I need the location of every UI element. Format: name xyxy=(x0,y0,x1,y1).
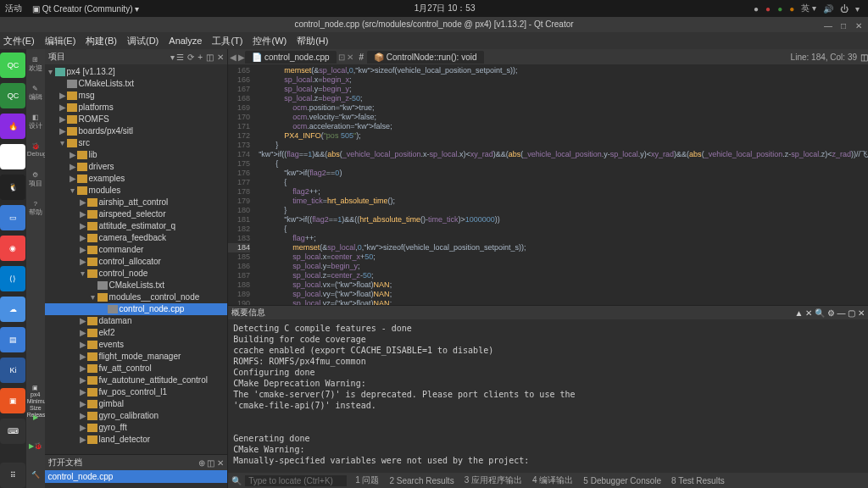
tree-item[interactable]: ▶ dataman xyxy=(45,315,228,327)
btm-compile[interactable]: 4 编译输出 xyxy=(527,474,578,486)
volume-icon[interactable]: 🔊 xyxy=(823,4,833,14)
launcher-kicad[interactable]: Ki xyxy=(0,358,25,383)
tree-item[interactable]: ▾ src xyxy=(45,137,228,149)
btm-appout[interactable]: 3 应用程序输出 xyxy=(459,474,527,486)
tree-item[interactable]: ▶ airship_att_control xyxy=(45,197,228,208)
tree-item[interactable]: ▶ msg xyxy=(45,90,228,102)
close-icon[interactable]: ✕ xyxy=(854,19,863,27)
split-icon[interactable]: ◫ xyxy=(860,53,868,62)
launcher-qtcreator[interactable]: QC xyxy=(0,53,25,78)
tree-item[interactable]: ▶ boards/px4/sitl xyxy=(45,125,228,137)
btm-debugger[interactable]: 5 Debugger Console xyxy=(578,476,666,485)
tray-icon[interactable]: ● xyxy=(765,4,771,14)
tree-item[interactable]: ▶ drivers xyxy=(45,161,228,173)
code-editor[interactable]: 1651661671681691701711721731741751761771… xyxy=(228,64,868,305)
launcher-apps-grid[interactable]: ⠿ xyxy=(0,463,25,488)
menu-debug[interactable]: 调试(D) xyxy=(127,35,159,47)
tree-item[interactable]: ▶ fw_att_control xyxy=(45,363,228,374)
btm-search[interactable]: 2 Search Results xyxy=(384,476,459,485)
run-button[interactable]: ▶ xyxy=(27,413,44,430)
tree-item[interactable]: ▾ modules__control_node xyxy=(45,291,228,303)
tree-item[interactable]: ▶ flight_mode_manager xyxy=(45,351,228,363)
app-indicator[interactable]: ▣ Qt Creator (Community) ▾ xyxy=(32,4,139,14)
output-text[interactable]: Detecting C compile features - doneBuild… xyxy=(228,319,868,473)
mode-welcome[interactable]: ⊞欢迎 xyxy=(27,56,44,73)
tree-item[interactable]: ▶ fw_pos_control_l1 xyxy=(45,386,228,398)
tree-item[interactable]: ▶ gyro_calibration xyxy=(45,410,228,422)
tray-icon[interactable]: ● xyxy=(789,4,794,14)
file-tab[interactable]: 📄 control_node.cpp xyxy=(245,51,337,64)
close-panel-icon[interactable]: ✕ xyxy=(217,53,224,62)
close-tab-icon[interactable]: ⊡ ✕ xyxy=(338,53,354,62)
launcher-qq[interactable]: 🐧 xyxy=(0,175,25,200)
system-menu[interactable]: ▾ xyxy=(855,4,860,14)
tree-item[interactable]: ▶ commander xyxy=(45,244,228,256)
cursor-position[interactable]: Line: 184, Col: 39 xyxy=(787,53,860,62)
tree-item[interactable]: ▶ events xyxy=(45,339,228,351)
minimize-icon[interactable]: — xyxy=(824,19,832,27)
mode-debug[interactable]: 🐞Debug xyxy=(27,142,44,159)
mode-projects[interactable]: ⚙项目 xyxy=(27,171,44,188)
tree-item[interactable]: ▶ examples xyxy=(45,173,228,185)
launcher-app[interactable]: ∞ xyxy=(0,144,25,169)
menu-tools[interactable]: 工具(T) xyxy=(212,35,242,47)
tree-item[interactable]: ▶ platforms xyxy=(45,102,228,114)
output-tools[interactable]: ▲ ✕ 🔍 ⚙ — ▢ ✕ xyxy=(794,308,865,318)
sync-icon[interactable]: ⟳ xyxy=(187,53,194,62)
project-tree[interactable]: ▾ px4 [v1.13.2] CMakeLists.txt▶ msg▶ pla… xyxy=(45,64,228,454)
menu-analyze[interactable]: Analyze xyxy=(169,36,202,46)
nav-fwd-icon[interactable]: ▶ xyxy=(238,53,245,62)
menu-file[interactable]: 文件(E) xyxy=(3,35,35,47)
launcher-app[interactable]: ▤ xyxy=(0,327,25,352)
tree-root[interactable]: ▾ px4 [v1.13.2] xyxy=(45,66,228,78)
lang-indicator[interactable]: 英 ▾ xyxy=(801,3,816,14)
tree-item[interactable]: ▶ attitude_estimator_q xyxy=(45,220,228,232)
power-icon[interactable]: ⏻ xyxy=(840,4,849,14)
close-panel-icon[interactable]: ⊕ ◫ ✕ xyxy=(198,458,225,468)
tray-icon[interactable]: ● xyxy=(777,4,782,14)
activities-label[interactable]: 活动 xyxy=(5,3,22,14)
tree-item[interactable]: CMakeLists.txt xyxy=(45,78,228,90)
build-button[interactable]: 🔨 xyxy=(27,471,44,488)
btm-issues[interactable]: 1 问题 xyxy=(350,474,384,486)
menu-edit[interactable]: 编辑(E) xyxy=(45,35,76,47)
launcher-terminal[interactable]: ⌨ xyxy=(0,419,25,444)
launcher-files[interactable]: ▭ xyxy=(0,205,25,230)
tree-item[interactable]: ▾ modules xyxy=(45,185,228,197)
menu-help[interactable]: 帮助(H) xyxy=(297,35,328,47)
locator-input[interactable] xyxy=(245,475,347,486)
tree-item[interactable]: ▶ gimbal xyxy=(45,398,228,410)
launcher-app[interactable]: ◉ xyxy=(0,236,25,261)
tree-item[interactable]: control_node.cpp xyxy=(45,303,228,315)
tree-item[interactable]: ▶ land_detector xyxy=(45,434,228,446)
launcher-app[interactable]: ▣ xyxy=(0,388,25,413)
mode-help[interactable]: ?帮助 xyxy=(27,200,44,217)
tree-item[interactable]: ▶ gyro_fft xyxy=(45,422,228,434)
launcher-qtcreator-alt[interactable]: QC xyxy=(0,83,25,108)
menu-widgets[interactable]: 控件(W) xyxy=(253,35,287,47)
tree-item[interactable]: ▶ ekf2 xyxy=(45,327,228,339)
mode-design[interactable]: ◧设计 xyxy=(27,114,44,130)
filter-icon[interactable]: ▾ ☰ xyxy=(170,53,185,62)
debug-run-button[interactable]: ▶🐞 xyxy=(27,442,44,459)
split-icon[interactable]: ◫ xyxy=(206,53,214,62)
tree-item[interactable]: ▾ control_node xyxy=(45,268,228,280)
nav-back-icon[interactable]: ◀ xyxy=(230,53,236,62)
mode-edit[interactable]: ✎编辑 xyxy=(27,85,44,102)
clock[interactable]: 1月27日 10：53 xyxy=(415,3,476,14)
kit-selector[interactable]: ▣px4Minimum Size Release xyxy=(27,385,44,402)
tree-item[interactable]: CMakeLists.txt xyxy=(45,280,228,291)
launcher-app[interactable]: 🔥 xyxy=(0,114,25,139)
tree-item[interactable]: ▶ airspeed_selector xyxy=(45,208,228,220)
maximize-icon[interactable]: □ xyxy=(839,19,848,27)
tree-item[interactable]: ▶ control_allocator xyxy=(45,256,228,268)
tree-item[interactable]: ▶ camera_feedback xyxy=(45,232,228,244)
tray-icon[interactable]: ● xyxy=(754,4,759,14)
tree-item[interactable]: ▶ lib xyxy=(45,149,228,161)
open-doc-item[interactable]: control_node.cpp xyxy=(45,470,228,483)
add-icon[interactable]: + xyxy=(198,53,203,62)
btm-tests[interactable]: 8 Test Results xyxy=(666,476,730,485)
launcher-vscode[interactable]: ⟨⟩ xyxy=(0,266,25,291)
launcher-app[interactable]: ☁ xyxy=(0,297,25,322)
tree-item[interactable]: ▶ fw_autotune_attitude_control xyxy=(45,374,228,386)
